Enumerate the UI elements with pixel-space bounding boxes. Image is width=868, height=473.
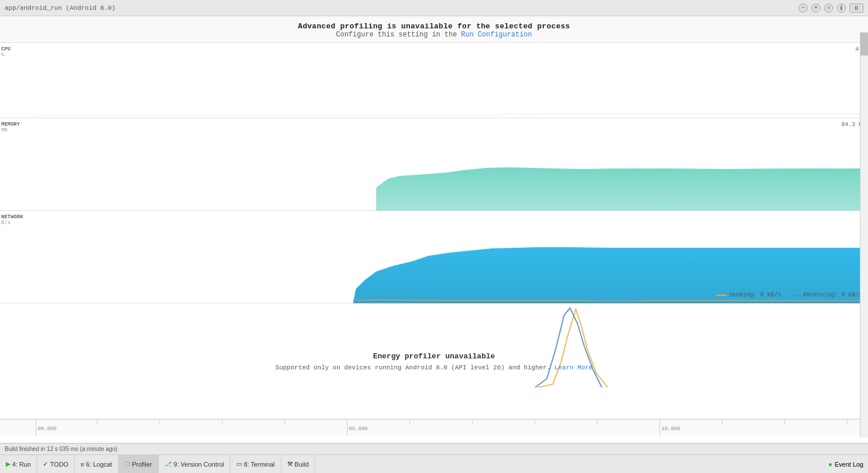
window-title: app/android_run (Android 8.0) bbox=[5, 5, 115, 12]
cpu-chart bbox=[35, 43, 868, 118]
learn-more-link[interactable]: Learn More bbox=[554, 364, 592, 371]
energy-unavailable-subtitle: Supported only on devices running Androi… bbox=[276, 364, 593, 371]
cpu-label: CPU % bbox=[0, 46, 10, 58]
run-icon: ▶ bbox=[6, 460, 10, 468]
receiving-label: Receiving: 0 KB/s bbox=[803, 292, 862, 298]
network-panel: NETWORK B/s Sending: 0 KB/s bbox=[0, 211, 868, 303]
todo-icon: ✓ bbox=[43, 460, 48, 468]
todo-label: TODO bbox=[50, 461, 68, 468]
toolbar-terminal[interactable]: ▭ 8: Terminal bbox=[230, 455, 281, 473]
toolbar-run[interactable]: ▶ 4: Run bbox=[0, 455, 37, 473]
terminal-icon: ▭ bbox=[236, 460, 242, 468]
toolbar-logcat[interactable]: ≡ 6: Logcat bbox=[75, 455, 119, 473]
zoom-in-button[interactable]: + bbox=[811, 3, 821, 13]
version-control-label: 9: Version Control bbox=[174, 461, 224, 468]
receiving-legend-line bbox=[790, 295, 801, 296]
memory-label: MEMORY MB bbox=[0, 122, 20, 133]
toolbar-right: ● Event Log bbox=[828, 460, 868, 468]
build-label: Build bbox=[295, 461, 309, 468]
status-text: Build finished in 12 s 035 ms (a minute … bbox=[5, 446, 118, 452]
receiving-legend: Receiving: 0 KB/s bbox=[790, 292, 862, 298]
run-configuration-link[interactable]: Run Configuration bbox=[461, 31, 532, 39]
sending-label: Sending: 0 KB/s bbox=[729, 292, 781, 298]
memory-panel: MEMORY MB 84.3 MB bbox=[0, 118, 868, 211]
profiler-main: Advanced profiling is unavailable for th… bbox=[0, 16, 868, 453]
version-control-icon: ⎇ bbox=[164, 460, 172, 468]
pause-button[interactable]: ⏸ bbox=[849, 3, 863, 13]
svg-text:05.000: 05.000 bbox=[349, 426, 368, 432]
info-button[interactable]: ℹ bbox=[837, 3, 846, 13]
timeline-svg: 00.000 05.000 10.000 bbox=[35, 420, 868, 436]
sending-legend: Sending: 0 KB/s bbox=[716, 292, 781, 298]
toolbar-version-control[interactable]: ⎇ 9: Version Control bbox=[159, 455, 230, 473]
logcat-label: 6: Logcat bbox=[86, 461, 112, 468]
title-bar-controls: − + ○ ℹ ⏸ bbox=[799, 3, 863, 13]
terminal-label: 8: Terminal bbox=[244, 461, 275, 468]
event-log-button[interactable]: ● Event Log bbox=[828, 460, 863, 468]
toolbar-profiler[interactable]: ⬡ Profiler bbox=[119, 455, 159, 473]
advanced-profiling-banner: Advanced profiling is unavailable for th… bbox=[0, 16, 868, 43]
svg-text:00.000: 00.000 bbox=[38, 426, 56, 432]
event-log-label: Event Log bbox=[834, 461, 863, 468]
event-log-icon: ● bbox=[828, 460, 832, 468]
energy-chart bbox=[35, 303, 868, 390]
bottom-toolbar: ▶ 4: Run ✓ TODO ≡ 6: Logcat ⬡ Profiler ⎇… bbox=[0, 454, 868, 473]
adv-banner-subtitle: Configure this setting in the Run Config… bbox=[0, 31, 868, 39]
sending-legend-line bbox=[716, 295, 727, 296]
build-icon: ⚒ bbox=[287, 460, 293, 468]
toolbar-todo[interactable]: ✓ TODO bbox=[37, 455, 75, 473]
zoom-out-button[interactable]: − bbox=[799, 3, 808, 13]
profiler-icon: ⬡ bbox=[124, 460, 130, 468]
logcat-icon: ≡ bbox=[80, 461, 84, 468]
profiler-label: Profiler bbox=[132, 461, 152, 468]
energy-message: Energy profiler unavailable Supported on… bbox=[276, 351, 593, 371]
timeline-axis: 00.000 05.000 10.000 bbox=[0, 419, 868, 435]
run-label: 4: Run bbox=[12, 461, 31, 468]
zoom-reset-button[interactable]: ○ bbox=[824, 3, 833, 13]
energy-panel: Energy profiler unavailable Supported on… bbox=[0, 303, 868, 419]
svg-marker-0 bbox=[376, 167, 868, 211]
network-label: NETWORK B/s bbox=[0, 214, 23, 226]
network-chart bbox=[35, 211, 868, 303]
status-bar: Build finished in 12 s 035 ms (a minute … bbox=[0, 443, 868, 454]
adv-banner-title: Advanced profiling is unavailable for th… bbox=[0, 22, 868, 31]
energy-unavailable-title: Energy profiler unavailable bbox=[276, 351, 593, 360]
network-legend: Sending: 0 KB/s Receiving: 0 KB/s bbox=[716, 292, 862, 298]
svg-text:10.000: 10.000 bbox=[661, 426, 680, 432]
toolbar-build[interactable]: ⚒ Build bbox=[281, 455, 315, 473]
cpu-panel: CPU % 4 % bbox=[0, 43, 868, 118]
right-scrollbar[interactable] bbox=[860, 32, 868, 438]
scrollbar-thumb[interactable] bbox=[860, 32, 868, 56]
title-bar: app/android_run (Android 8.0) − + ○ ℹ ⏸ bbox=[0, 0, 868, 16]
memory-chart bbox=[35, 118, 868, 211]
